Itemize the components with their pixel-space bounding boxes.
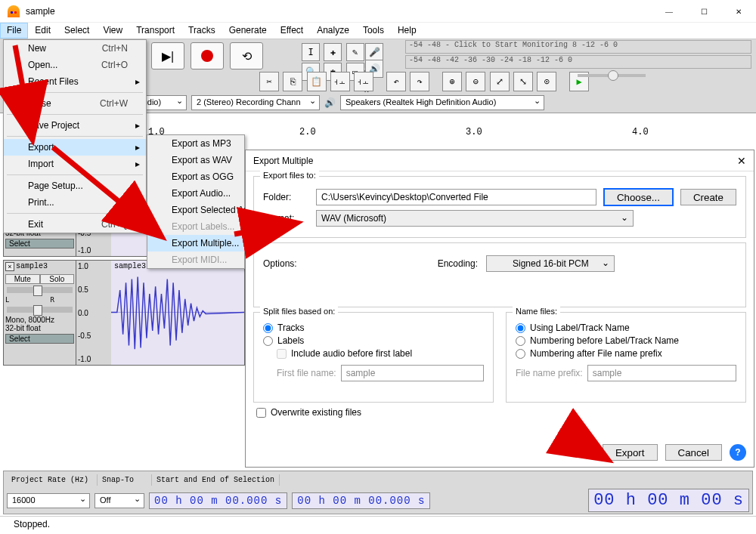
paste-icon[interactable]: 📋 <box>307 72 327 91</box>
redo-icon[interactable]: ↷ <box>410 72 429 91</box>
export-submenu: Export as MP3 Export as WAV Export as OG… <box>147 134 245 269</box>
cancel-button[interactable]: Cancel <box>665 444 723 461</box>
first-file-input: sample <box>341 365 484 381</box>
name-legend: Name files: <box>513 307 560 316</box>
file-print[interactable]: Print... <box>4 194 146 211</box>
snap-to-header: Snap-To <box>98 474 152 486</box>
recording-channels-select[interactable]: 2 (Stereo) Recording Chann <box>191 95 320 110</box>
play-speed-slider[interactable] <box>575 74 649 77</box>
format-select[interactable]: WAV (Microsoft) <box>316 210 634 227</box>
menu-analyze[interactable]: Analyze <box>310 23 356 39</box>
export-button[interactable]: Export <box>603 444 658 461</box>
close-button[interactable]: ✕ <box>721 0 756 23</box>
folder-label: Folder: <box>263 192 308 202</box>
split-tracks-radio[interactable]: Tracks <box>263 323 484 333</box>
snap-to-select[interactable]: Off <box>94 493 144 508</box>
track-select-button[interactable]: Select <box>5 239 74 248</box>
first-file-label: First file name: <box>277 368 336 378</box>
help-icon[interactable]: ? <box>730 444 746 461</box>
maximize-button[interactable]: ☐ <box>686 0 721 23</box>
menu-effect[interactable]: Effect <box>274 23 310 39</box>
waveform-icon <box>111 261 244 364</box>
undo-icon[interactable]: ↶ <box>386 72 406 91</box>
split-legend: Split files based on: <box>260 307 338 316</box>
solo-button[interactable]: Solo <box>40 274 75 284</box>
status-bar: Stopped. <box>0 516 756 534</box>
menu-tracks[interactable]: Tracks <box>181 23 222 39</box>
menu-edit[interactable]: Edit <box>28 23 57 39</box>
track-panel-sample3: × sample3 Mute Solo L R Mono, 8000Hz 32-… <box>3 260 245 366</box>
folder-input[interactable]: C:\Users\Kevincy\Desktop\Converted File <box>316 189 596 205</box>
loop-button[interactable]: ⟲ <box>230 42 263 69</box>
file-export[interactable]: Export <box>4 139 146 156</box>
copy-icon[interactable]: ⎘ <box>283 72 302 91</box>
file-page-setup[interactable]: Page Setup... <box>4 177 146 194</box>
minimize-button[interactable]: — <box>652 0 686 23</box>
start-end-header: Start and End of Selection <box>152 474 280 486</box>
prefix-label: File name prefix: <box>516 368 583 378</box>
choose-button[interactable]: Choose... <box>604 189 673 205</box>
format-label: Format: <box>263 213 308 224</box>
menu-view[interactable]: View <box>96 23 129 39</box>
window-title: sample <box>26 6 748 17</box>
record-icon <box>201 50 213 62</box>
envelope-tool-icon[interactable]: ✚ <box>324 43 342 61</box>
selection-end-time[interactable]: 00 h 00 m 00.000 s <box>292 492 430 509</box>
create-button[interactable]: Create <box>680 189 736 205</box>
audio-position-time[interactable]: 00 h 00 m 00 s <box>588 489 749 512</box>
name-opt1-radio[interactable]: Using Label/Track Name <box>516 323 736 333</box>
menu-help[interactable]: Help <box>391 23 423 39</box>
file-recent[interactable]: Recent Files <box>4 73 146 90</box>
menu-tools[interactable]: Tools <box>356 23 391 39</box>
menu-transport[interactable]: Transport <box>129 23 181 39</box>
prefix-input: sample <box>587 365 736 381</box>
selection-tool-icon[interactable]: I <box>302 43 320 61</box>
file-menu-dropdown: NewCtrl+N Open...Ctrl+O Recent Files Clo… <box>3 39 147 233</box>
menu-select[interactable]: Select <box>57 23 96 39</box>
file-exit[interactable]: ExitCtrl+Q <box>4 216 146 233</box>
overwrite-check[interactable]: Overwrite existing files <box>256 407 743 418</box>
export-files-legend: Export files to: <box>260 171 319 180</box>
name-opt3-radio[interactable]: Numbering after File name prefix <box>516 348 736 359</box>
options-label: Options: <box>263 258 308 269</box>
menu-file[interactable]: File <box>0 23 28 39</box>
zoom-out-icon[interactable]: ⊖ <box>466 72 485 91</box>
title-bar: sample — ☐ ✕ <box>0 0 756 23</box>
dialog-title: Export Multiple <box>253 156 313 166</box>
gain-slider[interactable] <box>7 287 73 293</box>
zoom-in-icon[interactable]: ⊕ <box>442 72 462 91</box>
silence-icon[interactable]: ⫞⫠ <box>354 72 373 91</box>
zoom-fit-icon[interactable]: ⤡ <box>513 72 533 91</box>
playback-device-select[interactable]: Speakers (Realtek High Definition Audio) <box>340 95 544 110</box>
split-labels-radio[interactable]: Labels <box>263 335 484 346</box>
file-close[interactable]: CloseCtrl+W <box>4 95 146 112</box>
draw-tool-icon[interactable]: ✎ <box>346 43 364 61</box>
name-opt2-radio[interactable]: Numbering before Label/Track Name <box>516 335 736 346</box>
encoding-label: Encoding: <box>438 258 478 269</box>
skip-end-button[interactable]: ▶| <box>151 42 184 69</box>
dialog-close-button[interactable]: ✕ <box>737 155 746 167</box>
file-import[interactable]: Import <box>4 156 146 172</box>
zoom-sel-icon[interactable]: ⤢ <box>490 72 510 91</box>
pan-slider[interactable] <box>7 307 73 313</box>
recording-meter: -54 -48 - Click to Start Monitoring 8 -1… <box>405 39 751 69</box>
file-new[interactable]: NewCtrl+N <box>4 40 146 57</box>
menu-bar: File Edit Select View Transport Tracks G… <box>0 23 756 39</box>
file-open[interactable]: Open...Ctrl+O <box>4 57 146 73</box>
trim-icon[interactable]: ⫞⫠ <box>330 72 350 91</box>
export-multiple-dialog: Export Multiple ✕ Export files to: Folde… <box>245 150 754 468</box>
audacity-logo-icon <box>8 5 20 17</box>
include-audio-check: Include audio before first label <box>277 348 484 359</box>
menu-generate[interactable]: Generate <box>222 23 274 39</box>
encoding-select[interactable]: Signed 16-bit PCM <box>486 255 615 272</box>
record-button[interactable] <box>191 42 224 69</box>
project-rate-select[interactable]: 16000 <box>7 493 90 508</box>
track-close-button[interactable]: × <box>5 262 14 271</box>
selection-start-time[interactable]: 00 h 00 m 00.000 s <box>149 492 287 509</box>
track-select-button-2[interactable]: Select <box>5 334 74 344</box>
project-rate-header: Project Rate (Hz) <box>7 474 98 486</box>
cut-icon[interactable]: ✂ <box>259 72 279 91</box>
mute-button[interactable]: Mute <box>5 274 40 284</box>
zoom-toggle-icon[interactable]: ⊙ <box>537 72 556 91</box>
file-save-project[interactable]: Save Project <box>4 117 146 134</box>
